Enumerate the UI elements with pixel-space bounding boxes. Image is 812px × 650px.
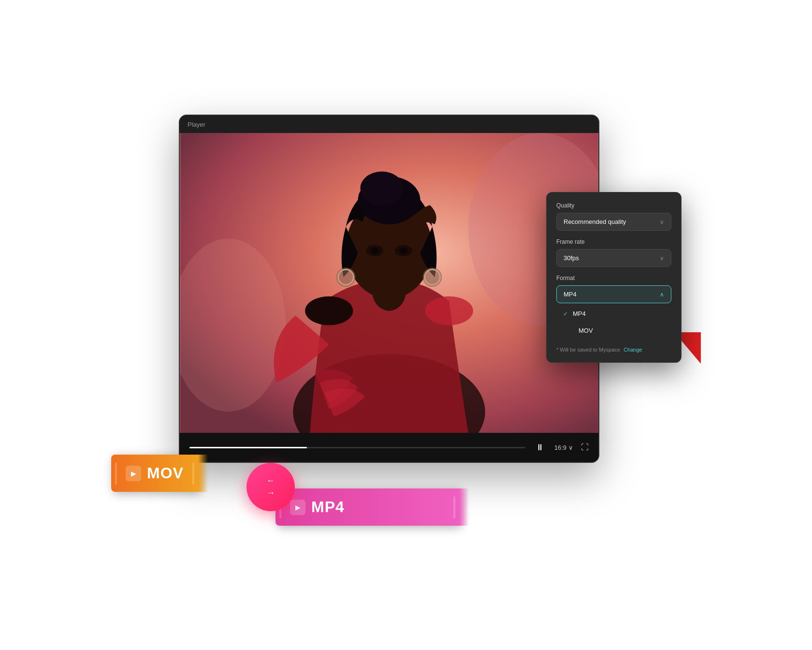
mov-badge-label: MOV <box>147 464 184 482</box>
change-link[interactable]: Change <box>624 347 642 353</box>
svg-point-11 <box>400 247 407 254</box>
svg-point-10 <box>371 247 378 254</box>
video-content <box>180 133 598 433</box>
format-option-mp4-label: MP4 <box>573 310 586 317</box>
player-title: Player <box>188 121 205 128</box>
player-controls: ⏸ 16:9 ∨ ⛶ <box>180 433 598 462</box>
aspect-ratio-chevron: ∨ <box>568 444 573 451</box>
mov-badge-line-left <box>115 462 117 484</box>
arrow-right-icon: → <box>266 488 275 498</box>
framerate-value: 30fps <box>564 254 579 262</box>
format-value: MP4 <box>564 291 577 298</box>
video-area <box>180 133 598 433</box>
main-scene: Player <box>140 95 672 555</box>
framerate-select[interactable]: 30fps ∨ <box>556 249 671 267</box>
format-dropdown: ✓ MP4 MOV <box>556 305 671 339</box>
player-titlebar: Player <box>180 116 598 133</box>
mp4-badge-line-right <box>453 496 455 518</box>
aspect-ratio-value: 16:9 <box>554 444 566 451</box>
mp4-badge: ▶ MP4 <box>276 488 459 526</box>
framerate-chevron-icon: ∨ <box>660 255 664 262</box>
play-pause-button[interactable]: ⏸ <box>533 441 547 454</box>
svg-point-16 <box>305 296 353 325</box>
aspect-ratio-selector[interactable]: 16:9 ∨ <box>554 444 573 451</box>
convert-arrow: → → <box>246 463 295 511</box>
format-option-mov-label: MOV <box>579 327 593 334</box>
fullscreen-button[interactable]: ⛶ <box>581 443 589 452</box>
quality-value: Recommended quality <box>564 218 626 225</box>
save-note: * Will be saved to Myspace Change <box>556 347 671 353</box>
mov-badge: ▶ MOV <box>111 455 198 492</box>
quality-chevron-icon: ∨ <box>660 219 664 225</box>
format-chevron-icon: ∧ <box>660 291 664 298</box>
format-label: Format <box>556 275 671 281</box>
arrow-symbol: → → <box>266 476 275 498</box>
timeline[interactable] <box>189 447 525 448</box>
check-icon: ✓ <box>563 310 568 317</box>
framerate-label: Frame rate <box>556 238 671 245</box>
arrow-up-icon: → <box>266 476 275 486</box>
mov-badge-icon: ▶ <box>126 466 141 481</box>
quality-select[interactable]: Recommended quality ∨ <box>556 213 671 231</box>
svg-point-12 <box>336 267 356 287</box>
mp4-badge-label: MP4 <box>311 498 345 516</box>
format-select[interactable]: MP4 ∧ <box>556 285 671 303</box>
quality-label: Quality <box>556 202 671 209</box>
format-option-mp4[interactable]: ✓ MP4 <box>556 305 671 322</box>
svg-point-7 <box>360 171 403 205</box>
mov-badge-line-right <box>192 462 194 484</box>
svg-point-17 <box>425 296 473 325</box>
format-option-mov[interactable]: MOV <box>556 322 671 339</box>
player-window: Player <box>179 115 599 463</box>
save-note-text: * Will be saved to Myspace <box>556 347 620 353</box>
video-background <box>180 133 598 433</box>
svg-point-13 <box>423 267 442 287</box>
arrow-circle: → → <box>246 463 295 511</box>
timeline-progress <box>189 447 307 448</box>
settings-panel: Quality Recommended quality ∨ Frame rate… <box>546 192 682 363</box>
